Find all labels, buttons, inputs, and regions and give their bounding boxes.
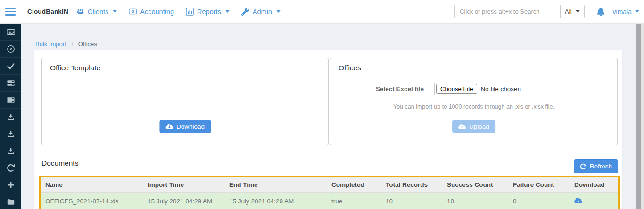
file-input[interactable]: Choose File No file chosen <box>434 83 558 95</box>
money-icon <box>129 8 137 16</box>
caret-down-icon <box>225 10 230 13</box>
nav-item-admin[interactable]: Admin <box>241 8 281 16</box>
column-header-total-records: Total Records <box>381 177 442 193</box>
page: CloudBankIN ClientsAccountingReportsAdmi… <box>0 0 644 209</box>
user-name: vimala <box>613 8 632 16</box>
column-header-completed: Completed <box>327 177 381 193</box>
keyboard-icon <box>7 28 15 36</box>
page-scrollbar[interactable] <box>636 24 644 209</box>
sidebar-nav <box>0 24 21 209</box>
cell-success-count: 10 <box>442 193 508 209</box>
app-brand: CloudBankIN <box>27 8 68 15</box>
chart-icon <box>186 8 194 16</box>
column-header-success-count: Success Count <box>442 177 508 193</box>
upload-button-label: Upload <box>469 123 489 130</box>
column-header-end-time: End Time <box>224 177 327 193</box>
breadcrumb: Bulk Import / Offices <box>35 41 97 48</box>
user-menu[interactable]: vimala <box>613 8 639 16</box>
main-nav: ClientsAccountingReportsAdmin <box>76 8 292 16</box>
server-icon <box>7 96 15 104</box>
wrench-icon <box>241 8 249 16</box>
top-navbar: CloudBankIN ClientsAccountingReportsAdmi… <box>0 0 644 24</box>
cell-name: OFFICES_2021-07-14.xls <box>41 193 143 209</box>
hamburger-icon <box>5 8 16 9</box>
column-header-name: Name <box>41 177 143 193</box>
column-header-import-time: Import Time <box>143 177 224 193</box>
refresh-button[interactable]: Refresh <box>574 159 618 173</box>
sidebar-item-import-6[interactable] <box>0 125 21 142</box>
download-button-label: Download <box>176 123 205 130</box>
search-input[interactable] <box>454 5 561 18</box>
nav-item-reports[interactable]: Reports <box>186 8 230 16</box>
upload-button[interactable]: Upload <box>452 120 495 133</box>
nav-item-clients[interactable]: Clients <box>76 8 117 16</box>
search-filter-dropdown[interactable]: All <box>560 5 584 18</box>
offices-upload-panel: Offices Select Excel file Choose File No… <box>330 58 618 145</box>
download-template-button[interactable]: Download <box>159 120 211 133</box>
content-card: Office Template Download Offices Select … <box>34 50 622 209</box>
sidebar-item-import-5[interactable] <box>0 109 21 125</box>
caret-down-icon <box>635 10 639 13</box>
table-body: OFFICES_2021-07-14.xls15 July 2021 04:29… <box>41 193 618 209</box>
documents-title: Documents <box>41 159 78 167</box>
breadcrumb-current: Offices <box>78 41 97 48</box>
caret-down-icon <box>113 10 117 13</box>
sidebar-item-folder-10[interactable] <box>0 193 21 209</box>
refresh-icon <box>580 163 586 170</box>
office-template-panel: Office Template Download <box>41 58 329 145</box>
menu-toggle-button[interactable] <box>0 0 21 23</box>
cloud-download-icon <box>165 124 173 130</box>
cloud-download-icon[interactable] <box>574 197 582 204</box>
panel-title: Office Template <box>50 64 100 72</box>
check-icon <box>7 62 15 70</box>
nav-item-accounting[interactable]: Accounting <box>129 8 174 16</box>
panel-title: Offices <box>339 64 361 72</box>
nav-item-label: Reports <box>197 8 221 16</box>
cell-download <box>570 193 618 209</box>
import-icon <box>7 130 15 138</box>
sidebar-item-refresh-8[interactable] <box>0 159 21 176</box>
documents-table-highlight: NameImport TimeEnd TimeCompletedTotal Re… <box>39 176 620 209</box>
cell-completed: true <box>327 193 381 209</box>
sidebar-item-server-3[interactable] <box>0 75 21 92</box>
cell-end-time: 15 July 2021 04:29 AM <box>224 193 327 209</box>
compass-icon <box>7 45 15 53</box>
refresh-button-label: Refresh <box>590 163 612 170</box>
column-header-failure-count: Failure Count <box>508 177 570 193</box>
scrollbar-thumb[interactable] <box>636 24 641 209</box>
sidebar-item-keyboard-0[interactable] <box>0 24 21 41</box>
server-icon <box>7 79 15 87</box>
folder-icon <box>7 198 15 206</box>
nav-item-label: Admin <box>253 8 272 16</box>
no-file-chosen-text: No file chosen <box>480 85 521 92</box>
users-icon <box>76 8 84 16</box>
column-header-download: Download <box>570 177 618 193</box>
sidebar-item-check-2[interactable] <box>0 58 21 75</box>
documents-table: NameImport TimeEnd TimeCompletedTotal Re… <box>41 177 618 209</box>
caret-down-icon <box>276 10 281 13</box>
breadcrumb-separator: / <box>71 41 73 48</box>
sidebar-item-plus-9[interactable] <box>0 176 21 193</box>
refresh-icon <box>7 164 15 172</box>
table-header-row: NameImport TimeEnd TimeCompletedTotal Re… <box>41 177 618 193</box>
sidebar-item-server-4[interactable] <box>0 92 21 109</box>
nav-item-label: Accounting <box>140 8 174 16</box>
sidebar-item-compass-1[interactable] <box>0 41 21 58</box>
sidebar-item-import-7[interactable] <box>0 142 21 159</box>
cell-failure-count: 0 <box>508 193 570 209</box>
select-excel-file-label: Select Excel file <box>330 83 424 95</box>
bell-icon[interactable] <box>597 8 605 16</box>
import-icon <box>7 147 15 155</box>
caret-down-icon <box>576 10 580 13</box>
table-row: OFFICES_2021-07-14.xls15 July 2021 04:29… <box>41 193 618 209</box>
cell-total-records: 10 <box>381 193 442 209</box>
search-filter-label: All <box>565 8 571 15</box>
import-hint-text: You can import up to 1000 records throug… <box>330 103 617 110</box>
breadcrumb-bulk-import-link[interactable]: Bulk Import <box>35 41 66 48</box>
choose-file-button[interactable]: Choose File <box>436 84 477 94</box>
main-content: Bulk Import / Offices Office Template Do… <box>21 24 644 209</box>
navbar-right: All vimala <box>454 5 644 18</box>
cell-import-time: 15 July 2021 04:29 AM <box>143 193 224 209</box>
plus-icon <box>7 181 15 189</box>
cloud-upload-icon <box>458 124 466 130</box>
